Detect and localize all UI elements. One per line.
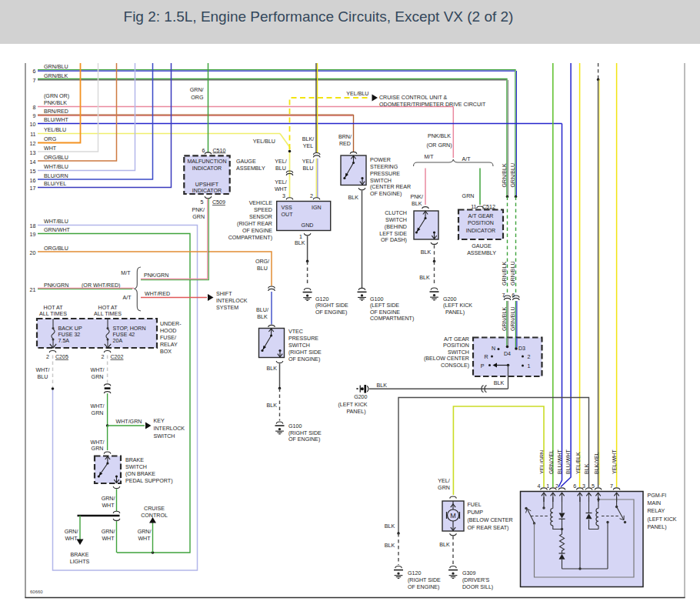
- svg-text:RED: RED: [339, 141, 351, 147]
- svg-text:1: 1: [528, 363, 531, 369]
- svg-text:C509: C509: [212, 199, 225, 205]
- svg-text:OF ENGINE): OF ENGINE): [408, 584, 439, 590]
- svg-text:BLK: BLK: [412, 201, 422, 207]
- svg-text:WHT/GRN: WHT/GRN: [116, 419, 142, 425]
- svg-text:GRN/BLU: GRN/BLU: [510, 163, 516, 188]
- svg-text:D3: D3: [518, 346, 525, 352]
- svg-text:PNK/BLK: PNK/BLK: [428, 133, 451, 139]
- svg-text:BLU: BLU: [275, 165, 286, 172]
- svg-text:14: 14: [30, 159, 36, 165]
- svg-text:(OR GRN): (OR GRN): [426, 142, 452, 149]
- svg-text:GAUGE: GAUGE: [236, 159, 256, 165]
- svg-text:GRN/WHT: GRN/WHT: [44, 227, 71, 233]
- svg-text:(ON BRAKE: (ON BRAKE: [125, 471, 155, 477]
- svg-text:OUT: OUT: [282, 212, 294, 218]
- svg-text:GRN: GRN: [192, 214, 205, 220]
- svg-text:21: 21: [30, 287, 36, 293]
- svg-text:BLK: BLK: [439, 542, 450, 548]
- svg-text:PNK/GRN: PNK/GRN: [44, 282, 68, 289]
- svg-text:PANEL): PANEL): [346, 409, 365, 415]
- svg-text:ODOMETER/TRIPMETER DRIVE CIRCU: ODOMETER/TRIPMETER DRIVE CIRCUIT: [379, 102, 486, 108]
- svg-text:2: 2: [310, 193, 313, 199]
- svg-text:BLK: BLK: [419, 275, 430, 281]
- svg-text:OF REAR SEAT): OF REAR SEAT): [468, 525, 509, 531]
- svg-text:OF ENGINE): OF ENGINE): [288, 436, 320, 443]
- svg-text:(RIGHT REAR: (RIGHT REAR: [237, 221, 272, 227]
- svg-text:WHT/RED: WHT/RED: [145, 291, 170, 297]
- svg-text:7.5A: 7.5A: [58, 338, 70, 344]
- svg-text:M/T: M/T: [121, 270, 131, 276]
- svg-text:G200: G200: [443, 296, 456, 302]
- svg-text:(LEFT KICK: (LEFT KICK: [443, 302, 472, 309]
- svg-text:KEY: KEY: [154, 418, 165, 424]
- svg-text:WHT: WHT: [65, 536, 78, 542]
- svg-text:YEL/BLU: YEL/BLU: [346, 91, 368, 97]
- svg-text:BLU/: BLU/: [256, 307, 268, 313]
- svg-text:PANEL): PANEL): [445, 309, 465, 316]
- svg-text:BLU: BLU: [38, 374, 48, 380]
- svg-text:SWITCH: SWITCH: [125, 464, 147, 470]
- svg-text:(RIGHT SIDE: (RIGHT SIDE: [288, 349, 322, 356]
- svg-text:ALL TIMES: ALL TIMES: [94, 311, 122, 317]
- svg-text:GRN/: GRN/: [138, 529, 152, 535]
- svg-text:GRN/BLK: GRN/BLK: [502, 262, 508, 286]
- svg-text:FUEL: FUEL: [468, 502, 482, 508]
- svg-text:GRN/: GRN/: [102, 529, 115, 535]
- svg-text:6: 6: [573, 483, 576, 489]
- svg-text:GRN: GRN: [92, 374, 104, 380]
- svg-text:6: 6: [202, 148, 205, 154]
- svg-text:2: 2: [528, 354, 531, 360]
- svg-text:D4: D4: [504, 351, 511, 357]
- svg-text:1: 1: [299, 234, 302, 240]
- svg-text:C510: C510: [213, 148, 226, 154]
- svg-text:7: 7: [33, 78, 36, 84]
- svg-text:YEL/: YEL/: [302, 159, 314, 165]
- svg-text:OF DASH): OF DASH): [381, 237, 407, 243]
- svg-text:WHT/: WHT/: [90, 439, 104, 446]
- svg-text:BLK: BLK: [267, 366, 278, 372]
- svg-text:G200: G200: [354, 394, 367, 400]
- svg-text:BLU/YEL: BLU/YEL: [44, 181, 66, 187]
- svg-text:FUSE/: FUSE/: [160, 335, 176, 341]
- svg-text:17: 17: [30, 185, 36, 192]
- svg-text:BLU/WHT: BLU/WHT: [565, 449, 572, 474]
- svg-text:POSITION: POSITION: [443, 342, 469, 349]
- svg-text:16: 16: [30, 178, 36, 184]
- svg-text:IGN: IGN: [312, 205, 322, 211]
- svg-text:2: 2: [555, 483, 558, 489]
- svg-text:C205: C205: [55, 354, 68, 360]
- svg-text:DOOR SILL): DOOR SILL): [462, 584, 493, 590]
- svg-text:A/T GEAR: A/T GEAR: [444, 336, 469, 342]
- svg-text:OF ENGINE): OF ENGINE): [315, 309, 347, 316]
- svg-text:A/T GEAR: A/T GEAR: [468, 213, 494, 219]
- svg-text:BLU/GRN: BLU/GRN: [44, 173, 68, 179]
- svg-text:BLU/WHT: BLU/WHT: [44, 117, 69, 123]
- svg-text:PNK/GRN: PNK/GRN: [144, 272, 168, 279]
- svg-text:YEL/BLU: YEL/BLU: [253, 139, 275, 145]
- svg-text:(LEFT KICK: (LEFT KICK: [338, 402, 367, 408]
- svg-text:BLK: BLK: [348, 195, 359, 201]
- svg-text:CLUTCH: CLUTCH: [385, 210, 407, 216]
- svg-text:1: 1: [546, 483, 549, 489]
- svg-text:ALL TIMES: ALL TIMES: [39, 311, 67, 317]
- svg-text:BLK: BLK: [385, 523, 395, 529]
- svg-text:UNDER-: UNDER-: [160, 321, 182, 327]
- svg-text:CONSOLE): CONSOLE): [441, 362, 469, 369]
- svg-text:M: M: [450, 512, 456, 519]
- svg-text:BLU: BLU: [303, 165, 314, 172]
- svg-text:COMPARTMENT): COMPARTMENT): [370, 316, 414, 322]
- svg-text:G309: G309: [462, 570, 475, 576]
- svg-text:RELAY: RELAY: [160, 342, 178, 348]
- svg-text:ORG/BLU: ORG/BLU: [44, 155, 68, 161]
- svg-text:12: 12: [30, 141, 36, 147]
- svg-text:WHT: WHT: [138, 536, 151, 542]
- svg-text:LIGHTS: LIGHTS: [70, 559, 90, 565]
- svg-text:BRAKE: BRAKE: [125, 457, 144, 463]
- svg-text:YEL/BLU: YEL/BLU: [44, 127, 66, 133]
- svg-text:YEL/: YEL/: [438, 478, 449, 484]
- svg-text:7: 7: [502, 292, 505, 299]
- svg-text:YEL/: YEL/: [275, 159, 286, 165]
- svg-text:WHT: WHT: [44, 145, 57, 152]
- svg-text:WHT: WHT: [102, 536, 115, 542]
- svg-text:8: 8: [33, 105, 36, 111]
